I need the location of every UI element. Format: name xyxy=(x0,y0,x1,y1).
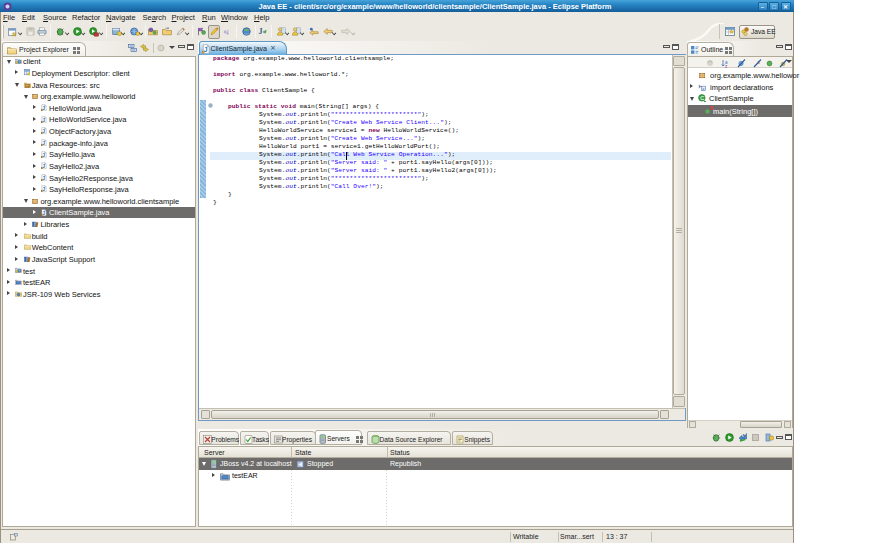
svg-text:z: z xyxy=(725,64,728,68)
svg-text:J: J xyxy=(259,27,263,36)
